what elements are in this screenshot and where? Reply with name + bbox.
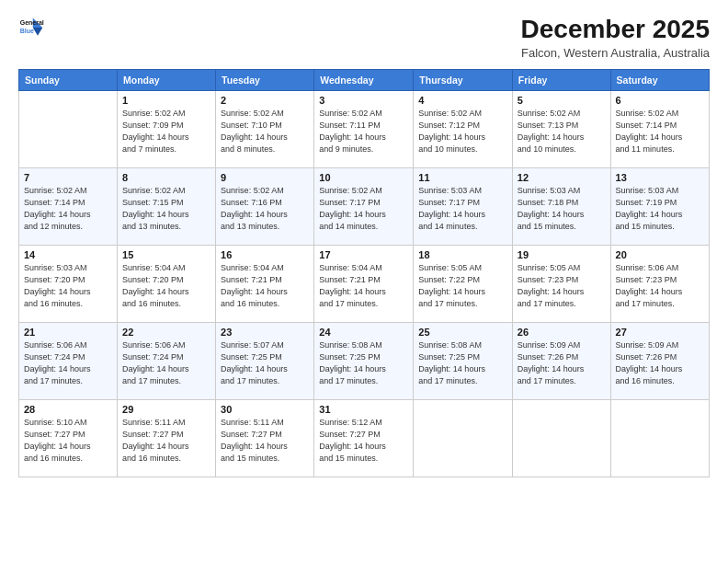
cell-day-number: 14 <box>24 249 112 260</box>
calendar-cell: 4Sunrise: 5:02 AMSunset: 7:12 PMDaylight… <box>414 91 512 168</box>
cell-day-number: 13 <box>616 172 704 183</box>
cell-day-number: 1 <box>122 95 210 106</box>
calendar-cell <box>512 400 610 477</box>
cell-day-number: 23 <box>221 327 309 338</box>
calendar-cell <box>414 400 512 477</box>
calendar-cell <box>610 400 709 477</box>
cell-day-info: Sunrise: 5:04 AMSunset: 7:20 PMDaylight:… <box>122 262 210 310</box>
cell-day-number: 7 <box>24 172 112 183</box>
calendar-cell: 10Sunrise: 5:02 AMSunset: 7:17 PMDayligh… <box>314 168 414 246</box>
cell-day-info: Sunrise: 5:02 AMSunset: 7:10 PMDaylight:… <box>221 108 309 155</box>
calendar-cell: 11Sunrise: 5:03 AMSunset: 7:17 PMDayligh… <box>414 168 512 246</box>
header: General Blue December 2025 Falcon, Weste… <box>18 15 710 60</box>
cell-day-info: Sunrise: 5:06 AMSunset: 7:24 PMDaylight:… <box>24 339 112 387</box>
col-sunday: Sunday <box>19 70 118 91</box>
svg-text:Blue: Blue <box>20 28 34 34</box>
cell-day-number: 19 <box>518 249 606 260</box>
svg-text:General: General <box>20 19 44 26</box>
cell-day-number: 27 <box>616 327 704 338</box>
cell-day-number: 4 <box>418 95 506 106</box>
cell-day-info: Sunrise: 5:09 AMSunset: 7:26 PMDaylight:… <box>518 339 606 387</box>
calendar-cell: 12Sunrise: 5:03 AMSunset: 7:18 PMDayligh… <box>512 168 610 246</box>
cell-day-info: Sunrise: 5:02 AMSunset: 7:11 PMDaylight:… <box>319 108 408 155</box>
cell-day-number: 30 <box>221 404 309 415</box>
calendar-cell: 13Sunrise: 5:03 AMSunset: 7:19 PMDayligh… <box>610 168 709 246</box>
cell-day-info: Sunrise: 5:02 AMSunset: 7:09 PMDaylight:… <box>122 108 210 155</box>
calendar-cell: 5Sunrise: 5:02 AMSunset: 7:13 PMDaylight… <box>512 91 610 168</box>
cell-day-number: 29 <box>122 404 210 415</box>
calendar-cell: 1Sunrise: 5:02 AMSunset: 7:09 PMDaylight… <box>118 91 216 168</box>
cell-day-info: Sunrise: 5:06 AMSunset: 7:24 PMDaylight:… <box>122 339 210 387</box>
cell-day-info: Sunrise: 5:02 AMSunset: 7:16 PMDaylight:… <box>221 185 309 233</box>
calendar-week-row: 21Sunrise: 5:06 AMSunset: 7:24 PMDayligh… <box>19 323 710 400</box>
cell-day-info: Sunrise: 5:03 AMSunset: 7:20 PMDaylight:… <box>24 262 112 310</box>
page: General Blue December 2025 Falcon, Weste… <box>0 0 728 563</box>
calendar-cell: 22Sunrise: 5:06 AMSunset: 7:24 PMDayligh… <box>118 323 216 400</box>
title-block: December 2025 Falcon, Western Australia,… <box>521 15 710 60</box>
col-thursday: Thursday <box>414 70 512 91</box>
subtitle: Falcon, Western Australia, Australia <box>521 46 710 60</box>
cell-day-number: 8 <box>122 172 210 183</box>
cell-day-number: 11 <box>418 172 506 183</box>
calendar-cell: 24Sunrise: 5:08 AMSunset: 7:25 PMDayligh… <box>314 323 414 400</box>
cell-day-info: Sunrise: 5:02 AMSunset: 7:17 PMDaylight:… <box>319 185 408 233</box>
calendar-cell: 21Sunrise: 5:06 AMSunset: 7:24 PMDayligh… <box>19 323 118 400</box>
cell-day-info: Sunrise: 5:02 AMSunset: 7:12 PMDaylight:… <box>418 108 506 155</box>
calendar-cell: 28Sunrise: 5:10 AMSunset: 7:27 PMDayligh… <box>19 400 118 477</box>
calendar-cell: 7Sunrise: 5:02 AMSunset: 7:14 PMDaylight… <box>19 168 118 246</box>
cell-day-info: Sunrise: 5:04 AMSunset: 7:21 PMDaylight:… <box>221 262 309 310</box>
calendar-cell: 31Sunrise: 5:12 AMSunset: 7:27 PMDayligh… <box>314 400 414 477</box>
cell-day-number: 3 <box>319 95 408 106</box>
cell-day-number: 9 <box>221 172 309 183</box>
cell-day-info: Sunrise: 5:06 AMSunset: 7:23 PMDaylight:… <box>616 262 704 310</box>
cell-day-number: 26 <box>518 327 606 338</box>
cell-day-number: 25 <box>418 327 506 338</box>
svg-marker-1 <box>33 28 43 36</box>
cell-day-info: Sunrise: 5:02 AMSunset: 7:15 PMDaylight:… <box>122 185 210 233</box>
calendar-cell: 20Sunrise: 5:06 AMSunset: 7:23 PMDayligh… <box>610 246 709 323</box>
cell-day-info: Sunrise: 5:02 AMSunset: 7:13 PMDaylight:… <box>518 108 606 155</box>
cell-day-number: 24 <box>319 327 408 338</box>
cell-day-info: Sunrise: 5:09 AMSunset: 7:26 PMDaylight:… <box>616 339 704 387</box>
col-friday: Friday <box>512 70 610 91</box>
cell-day-number: 17 <box>319 249 408 260</box>
calendar-cell: 15Sunrise: 5:04 AMSunset: 7:20 PMDayligh… <box>118 246 216 323</box>
logo-icon: General Blue <box>18 15 44 40</box>
cell-day-number: 22 <box>122 327 210 338</box>
cell-day-info: Sunrise: 5:11 AMSunset: 7:27 PMDaylight:… <box>122 417 210 465</box>
calendar-cell: 3Sunrise: 5:02 AMSunset: 7:11 PMDaylight… <box>314 91 414 168</box>
cell-day-info: Sunrise: 5:08 AMSunset: 7:25 PMDaylight:… <box>319 339 408 387</box>
calendar-cell: 6Sunrise: 5:02 AMSunset: 7:14 PMDaylight… <box>610 91 709 168</box>
calendar-cell <box>19 91 118 168</box>
calendar-cell: 8Sunrise: 5:02 AMSunset: 7:15 PMDaylight… <box>118 168 216 246</box>
cell-day-number: 21 <box>24 327 112 338</box>
calendar-cell: 16Sunrise: 5:04 AMSunset: 7:21 PMDayligh… <box>216 246 314 323</box>
calendar-cell: 29Sunrise: 5:11 AMSunset: 7:27 PMDayligh… <box>118 400 216 477</box>
cell-day-info: Sunrise: 5:05 AMSunset: 7:22 PMDaylight:… <box>418 262 506 310</box>
calendar-cell: 14Sunrise: 5:03 AMSunset: 7:20 PMDayligh… <box>19 246 118 323</box>
cell-day-number: 31 <box>319 404 408 415</box>
col-saturday: Saturday <box>610 70 709 91</box>
calendar-cell: 27Sunrise: 5:09 AMSunset: 7:26 PMDayligh… <box>610 323 709 400</box>
cell-day-info: Sunrise: 5:03 AMSunset: 7:17 PMDaylight:… <box>418 185 506 233</box>
calendar-week-row: 1Sunrise: 5:02 AMSunset: 7:09 PMDaylight… <box>19 91 710 168</box>
cell-day-info: Sunrise: 5:07 AMSunset: 7:25 PMDaylight:… <box>221 339 309 387</box>
cell-day-info: Sunrise: 5:05 AMSunset: 7:23 PMDaylight:… <box>518 262 606 310</box>
calendar-cell: 19Sunrise: 5:05 AMSunset: 7:23 PMDayligh… <box>512 246 610 323</box>
cell-day-number: 5 <box>518 95 606 106</box>
cell-day-info: Sunrise: 5:08 AMSunset: 7:25 PMDaylight:… <box>418 339 506 387</box>
cell-day-info: Sunrise: 5:03 AMSunset: 7:18 PMDaylight:… <box>518 185 606 233</box>
logo: General Blue <box>18 15 44 40</box>
calendar-cell: 2Sunrise: 5:02 AMSunset: 7:10 PMDaylight… <box>216 91 314 168</box>
cell-day-number: 16 <box>221 249 309 260</box>
cell-day-info: Sunrise: 5:12 AMSunset: 7:27 PMDaylight:… <box>319 417 408 465</box>
cell-day-number: 6 <box>616 95 704 106</box>
cell-day-info: Sunrise: 5:11 AMSunset: 7:27 PMDaylight:… <box>221 417 309 465</box>
calendar-cell: 9Sunrise: 5:02 AMSunset: 7:16 PMDaylight… <box>216 168 314 246</box>
col-monday: Monday <box>118 70 216 91</box>
cell-day-info: Sunrise: 5:03 AMSunset: 7:19 PMDaylight:… <box>616 185 704 233</box>
main-title: December 2025 <box>521 15 710 44</box>
calendar-week-row: 28Sunrise: 5:10 AMSunset: 7:27 PMDayligh… <box>19 400 710 477</box>
cell-day-number: 18 <box>418 249 506 260</box>
calendar-table: Sunday Monday Tuesday Wednesday Thursday… <box>18 69 710 477</box>
